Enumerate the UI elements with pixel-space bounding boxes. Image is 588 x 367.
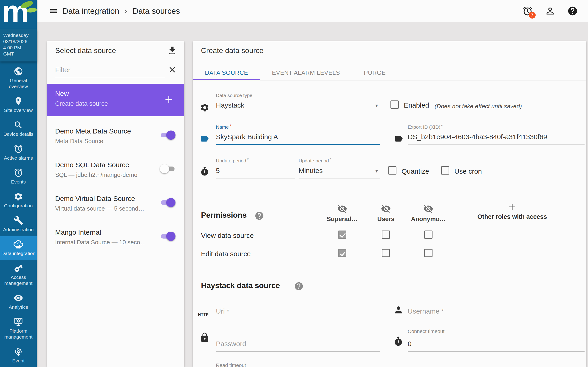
sidebar-item-label: General overview xyxy=(1,77,36,90)
alarms-button[interactable]: 7 xyxy=(522,6,533,16)
close-icon[interactable] xyxy=(168,65,177,74)
time-value: 4:00 PM xyxy=(3,44,34,51)
tab-event-alarm-levels[interactable]: EVENT ALARM LEVELS xyxy=(260,65,352,80)
plus-icon xyxy=(507,202,517,212)
sidebar-item-configuration[interactable]: Configuration xyxy=(0,189,37,212)
password-input[interactable] xyxy=(216,340,380,352)
list-item-new-data-source[interactable]: New Create data source xyxy=(47,84,184,116)
list-item-title: Demo SQL Data Source xyxy=(55,161,129,169)
update-period-input[interactable] xyxy=(216,167,295,178)
view-anonymous-checkbox[interactable] xyxy=(424,231,432,239)
enable-toggle[interactable] xyxy=(160,131,175,140)
person-icon xyxy=(545,6,555,16)
list-item-subtitle: SQL — jdbc:h2:~/mango-demo xyxy=(55,171,137,178)
connect-timeout-input[interactable] xyxy=(408,340,585,352)
sidebar-item-label: Events xyxy=(1,179,36,185)
sidebar-item-event[interactable]: Event xyxy=(0,344,37,367)
enable-toggle[interactable] xyxy=(160,164,175,173)
sidebar-item-site-overview[interactable]: Site overview xyxy=(0,93,37,117)
chevron-down-icon: ▼ xyxy=(374,169,379,174)
help-icon[interactable] xyxy=(294,282,304,291)
download-icon[interactable] xyxy=(167,45,177,56)
quantize-checkbox[interactable] xyxy=(388,166,397,175)
select-data-source-panel: Select data source New Create data sourc… xyxy=(47,41,184,367)
person-icon xyxy=(393,305,404,315)
edit-superadmin-checkbox xyxy=(338,249,346,257)
sidebar-item-label: Administration xyxy=(1,227,36,233)
enabled-checkbox[interactable] xyxy=(390,100,399,109)
user-button[interactable] xyxy=(545,6,555,16)
field-label: Update period* xyxy=(216,157,295,164)
timer-icon xyxy=(393,336,403,346)
header-actions: 7 xyxy=(522,6,578,16)
xid-input[interactable] xyxy=(408,133,585,145)
update-period-unit-select[interactable]: Update period* Minutes ▼ xyxy=(299,157,380,178)
name-input[interactable] xyxy=(216,133,380,145)
gear-icon xyxy=(14,192,23,201)
filter-input[interactable] xyxy=(55,64,165,77)
sidebar-item-access-management[interactable]: Access management xyxy=(0,260,37,290)
tab-data-source[interactable]: DATA SOURCE xyxy=(193,65,260,80)
quantize-label: Quantize xyxy=(401,167,429,175)
filter-field xyxy=(55,64,177,77)
data-source-type-select[interactable]: Data source type Haystack ▼ xyxy=(216,93,380,113)
panel-title: Select data source xyxy=(55,46,116,55)
tab-purge[interactable]: PURGE xyxy=(352,65,398,80)
sidebar-item-analytics[interactable]: Analytics xyxy=(0,290,37,314)
sidebar-item-label: Configuration xyxy=(1,203,36,209)
create-data-source-panel: Create data source DATA SOURCE EVENT ALA… xyxy=(193,41,586,367)
permission-row-edit-label: Edit data source xyxy=(201,250,251,258)
alarm-icon xyxy=(14,144,23,154)
help-button[interactable] xyxy=(567,6,578,16)
sidebar-item-active-alarms[interactable]: Active alarms xyxy=(0,141,37,165)
field-label: Name* xyxy=(216,123,380,130)
sidebar: m Wednesday 03/18/2026 4:00 PM GMT Gener… xyxy=(0,0,37,367)
menu-icon[interactable] xyxy=(49,7,58,15)
field-label: Export ID (XID)* xyxy=(408,123,585,130)
sidebar-item-device-details[interactable]: Device details xyxy=(0,117,37,141)
haystack-section-title: Haystack data source xyxy=(201,281,280,290)
list-item-subtitle: Internal Data Source — 10 seco… xyxy=(55,239,146,246)
list-item-demo-sql[interactable]: Demo SQL Data Source SQL — jdbc:h2:~/man… xyxy=(47,150,184,184)
view-users-checkbox[interactable] xyxy=(382,231,390,239)
enable-toggle[interactable] xyxy=(160,232,175,241)
breadcrumb-data-sources[interactable]: Data sources xyxy=(132,6,180,16)
permission-row-view-label: View data source xyxy=(201,232,254,240)
sidebar-item-events[interactable]: Events xyxy=(0,165,37,189)
use-cron-checkbox[interactable] xyxy=(441,166,449,175)
help-icon xyxy=(567,6,578,16)
list-item-demo-meta[interactable]: Demo Meta Data Source Meta Data Source xyxy=(47,116,184,150)
required-mark: * xyxy=(441,123,443,128)
date-value: 03/18/2026 xyxy=(3,38,34,44)
edit-anonymous-checkbox[interactable] xyxy=(424,249,432,257)
connect-timeout-label: Connect timeout xyxy=(408,328,444,334)
sidebar-item-platform-management[interactable]: Platform management xyxy=(0,314,37,344)
sync-gear-icon xyxy=(14,347,23,357)
sidebar-item-general-overview[interactable]: General overview xyxy=(0,63,37,93)
required-mark: * xyxy=(229,123,231,128)
alarm-count-badge: 7 xyxy=(529,12,536,19)
timer-icon xyxy=(200,167,209,176)
date-time-panel: Wednesday 03/18/2026 4:00 PM GMT xyxy=(0,29,37,61)
mango-logo: m xyxy=(0,0,37,29)
list-item-mango-internal[interactable]: Mango Internal Internal Data Source — 10… xyxy=(47,217,184,251)
sidebar-item-administration[interactable]: Administration xyxy=(0,212,37,236)
update-period-field: Update period* xyxy=(216,157,295,178)
eye-icon xyxy=(14,293,23,303)
breadcrumb-data-integration[interactable]: Data integration xyxy=(62,6,119,16)
sidebar-item-label: Analytics xyxy=(1,304,36,310)
username-input[interactable] xyxy=(408,307,585,319)
globe-icon xyxy=(14,67,23,76)
name-field: Name* xyxy=(216,123,380,145)
help-icon[interactable] xyxy=(254,211,264,221)
edit-users-checkbox[interactable] xyxy=(382,249,390,257)
sidebar-item-data-integration[interactable]: Data integration xyxy=(0,236,37,260)
top-header: Data integration Data sources 7 xyxy=(37,0,588,22)
uri-input[interactable] xyxy=(216,307,380,319)
list-item-demo-virtual[interactable]: Demo Virtual Data Source Virtual data so… xyxy=(47,184,184,217)
required-mark: * xyxy=(247,157,249,162)
enable-toggle[interactable] xyxy=(160,198,175,207)
date-weekday: Wednesday xyxy=(3,32,34,38)
timezone-value: GMT xyxy=(3,51,34,57)
add-other-roles-button[interactable]: Other roles with access xyxy=(476,202,549,220)
